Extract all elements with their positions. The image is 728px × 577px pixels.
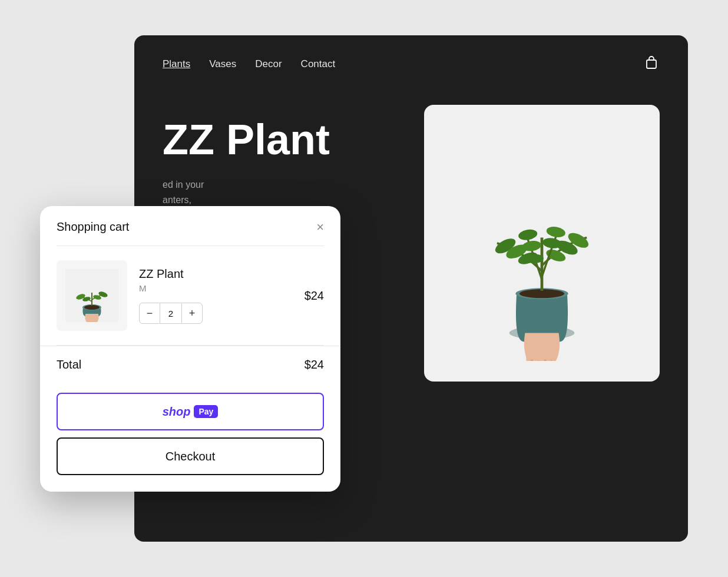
cart-close-button[interactable]: × [316,221,324,234]
item-price: $24 [305,289,324,303]
nav-link-contact[interactable]: Contact [301,58,336,70]
total-amount: $24 [305,358,324,372]
svg-rect-18 [540,348,544,361]
cart-title: Shopping cart [57,220,129,234]
product-image [424,105,660,382]
cart-header: Shopping cart × [40,206,340,246]
item-thumbnail [57,260,127,331]
item-details: ZZ Plant M − 2 + [139,267,293,324]
nav-link-decor[interactable]: Decor [255,58,282,70]
quantity-value: 2 [160,303,181,324]
item-name: ZZ Plant [139,267,293,281]
svg-rect-16 [526,350,531,361]
store-navigation: Plants Vases Decor Contact [134,35,688,93]
quantity-controls: − 2 + [139,303,293,324]
nav-links: Plants Vases Decor Contact [163,58,335,70]
total-label: Total [57,358,81,372]
shop-pay-text: shop [163,405,191,419]
checkout-button[interactable]: Checkout [57,437,324,475]
cart-actions: shop Pay Checkout [40,383,340,492]
pay-badge: Pay [194,405,218,418]
cart-total-section: Total $24 [40,346,340,383]
svg-rect-19 [547,349,551,361]
svg-rect-0 [647,60,656,68]
svg-point-14 [545,226,566,239]
quantity-increase-button[interactable]: + [181,303,203,324]
quantity-decrease-button[interactable]: − [139,303,160,324]
shop-pay-button[interactable]: shop Pay [57,393,324,430]
product-title: ZZ Plant [163,117,389,163]
svg-point-11 [518,228,538,241]
nav-link-vases[interactable]: Vases [209,58,236,70]
cart-icon[interactable] [643,54,660,74]
svg-point-23 [84,305,100,310]
item-variant: M [139,283,293,293]
svg-rect-20 [552,351,556,361]
nav-link-plants[interactable]: Plants [163,58,190,70]
cart-item: ZZ Plant M − 2 + $24 [40,246,340,345]
svg-rect-17 [533,349,538,361]
cart-modal: Shopping cart × [40,206,340,492]
